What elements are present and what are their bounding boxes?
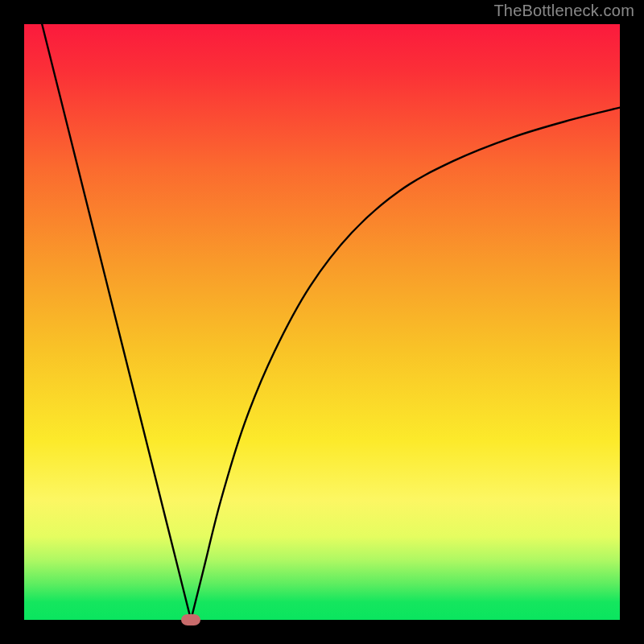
curve-left-branch: [42, 24, 191, 620]
plot-area: [24, 24, 620, 620]
watermark-text: TheBottleneck.com: [493, 2, 634, 20]
curve-right-branch: [191, 108, 620, 620]
chart-frame: TheBottleneck.com: [0, 0, 644, 644]
bottleneck-curve: [24, 24, 620, 620]
min-marker: [181, 614, 200, 625]
